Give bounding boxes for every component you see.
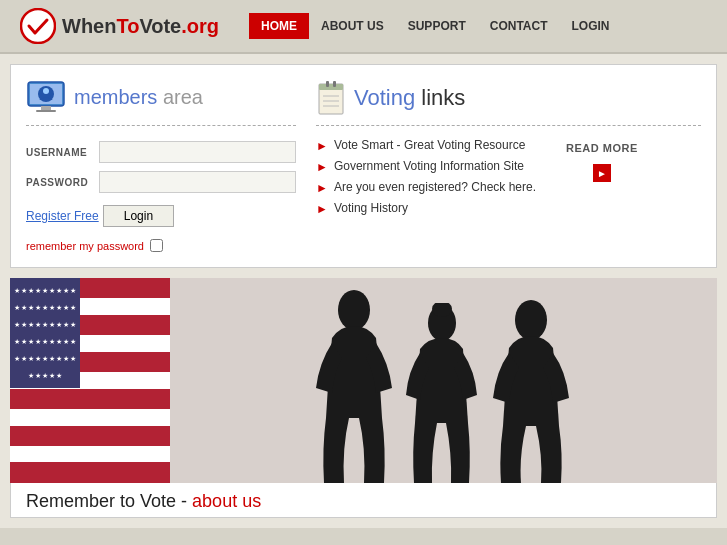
star: ★	[14, 321, 20, 328]
star: ★	[14, 338, 20, 345]
monitor-icon	[26, 80, 66, 115]
nav-support[interactable]: SUPPORT	[396, 13, 478, 39]
star: ★	[70, 287, 76, 294]
star: ★	[28, 372, 34, 379]
read-more-button[interactable]: ►	[593, 164, 611, 182]
voting-link-1[interactable]: Vote Smart - Great Voting Resource	[334, 138, 525, 152]
svg-rect-10	[333, 81, 336, 87]
star: ★	[28, 355, 34, 362]
star: ★	[35, 287, 41, 294]
list-item: ► Government Voting Information Site	[316, 159, 536, 174]
site-header: WhenToVote.org HOME ABOUT US SUPPORT CON…	[0, 0, 727, 54]
star: ★	[70, 338, 76, 345]
star: ★	[35, 321, 41, 328]
star: ★	[49, 304, 55, 311]
star: ★	[49, 372, 55, 379]
star: ★	[21, 304, 27, 311]
svg-point-0	[21, 9, 55, 43]
star: ★	[21, 287, 27, 294]
nav-login[interactable]: LOGIN	[560, 13, 622, 39]
star: ★	[28, 338, 34, 345]
logo: WhenToVote.org	[20, 8, 219, 44]
star: ★	[14, 304, 20, 311]
star: ★	[63, 355, 69, 362]
nav-about-us[interactable]: ABOUT US	[309, 13, 396, 39]
voting-link-2[interactable]: Government Voting Information Site	[334, 159, 524, 173]
bottom-heading-black: Remember to Vote -	[26, 491, 187, 511]
person-silhouette-3	[489, 298, 574, 483]
bullet-icon: ►	[316, 202, 328, 216]
voting-links-title: Voting links	[354, 85, 465, 111]
star: ★	[70, 321, 76, 328]
read-more-section: READ MORE ►	[566, 142, 638, 182]
star: ★	[42, 321, 48, 328]
star: ★	[42, 355, 48, 362]
password-row: PASSWORD	[26, 171, 296, 193]
star: ★	[56, 287, 62, 294]
bottom-heading: Remember to Vote - about us	[26, 491, 701, 512]
star: ★	[42, 338, 48, 345]
login-button[interactable]: Login	[103, 205, 174, 227]
main-nav: HOME ABOUT US SUPPORT CONTACT LOGIN	[249, 13, 621, 39]
star: ★	[14, 355, 20, 362]
nav-home[interactable]: HOME	[249, 13, 309, 39]
bottom-text-section: Remember to Vote - about us	[10, 483, 717, 518]
form-actions: Register Free Login	[26, 205, 296, 227]
members-area-title: members area	[74, 86, 203, 109]
register-link[interactable]: Register Free	[26, 209, 99, 223]
silhouette-image	[170, 278, 717, 483]
flag-image: ★ ★ ★ ★ ★ ★ ★ ★ ★ ★ ★ ★ ★ ★ ★ ★ ★ ★ ★ ★	[10, 278, 170, 483]
star: ★	[70, 355, 76, 362]
username-row: USERNAME	[26, 141, 296, 163]
star: ★	[21, 355, 27, 362]
list-item: ► Voting History	[316, 201, 536, 216]
star: ★	[49, 338, 55, 345]
notepad-icon	[316, 80, 346, 115]
list-item: ► Vote Smart - Great Voting Resource	[316, 138, 536, 153]
voting-link-3[interactable]: Are you even registered? Check here.	[334, 180, 536, 194]
svg-point-14	[338, 290, 370, 330]
person-silhouette-1	[314, 288, 394, 483]
bullet-icon: ►	[316, 160, 328, 174]
star: ★	[21, 321, 27, 328]
list-item: ► Are you even registered? Check here.	[316, 180, 536, 195]
username-input[interactable]	[99, 141, 296, 163]
star: ★	[56, 338, 62, 345]
person-silhouette-2	[404, 303, 479, 483]
logo-icon	[20, 8, 56, 44]
password-input[interactable]	[99, 171, 296, 193]
left-panel: members area USERNAME PASSWORD Register …	[26, 80, 296, 252]
remember-checkbox[interactable]	[150, 239, 163, 252]
star: ★	[14, 287, 20, 294]
star: ★	[28, 287, 34, 294]
content-box: members area USERNAME PASSWORD Register …	[10, 64, 717, 268]
star: ★	[63, 321, 69, 328]
bullet-icon: ►	[316, 139, 328, 153]
star: ★	[35, 304, 41, 311]
star: ★	[42, 304, 48, 311]
password-label: PASSWORD	[26, 177, 91, 188]
star: ★	[63, 304, 69, 311]
star: ★	[42, 287, 48, 294]
username-label: USERNAME	[26, 147, 91, 158]
star: ★	[63, 338, 69, 345]
hero-image: ★ ★ ★ ★ ★ ★ ★ ★ ★ ★ ★ ★ ★ ★ ★ ★ ★ ★ ★ ★	[10, 278, 717, 483]
star: ★	[28, 321, 34, 328]
read-more-label: READ MORE	[566, 142, 638, 154]
main-wrapper: members area USERNAME PASSWORD Register …	[0, 54, 727, 528]
members-area-header: members area	[26, 80, 296, 126]
star: ★	[28, 304, 34, 311]
nav-contact[interactable]: CONTACT	[478, 13, 560, 39]
remember-text: remember my password	[26, 240, 144, 252]
star: ★	[21, 338, 27, 345]
star: ★	[49, 321, 55, 328]
star: ★	[63, 287, 69, 294]
star: ★	[35, 372, 41, 379]
svg-point-17	[515, 300, 547, 340]
star: ★	[70, 304, 76, 311]
svg-rect-9	[326, 81, 329, 87]
voting-link-4[interactable]: Voting History	[334, 201, 408, 215]
svg-point-4	[43, 88, 49, 94]
login-form: USERNAME PASSWORD Register Free Login re…	[26, 141, 296, 252]
star: ★	[49, 287, 55, 294]
